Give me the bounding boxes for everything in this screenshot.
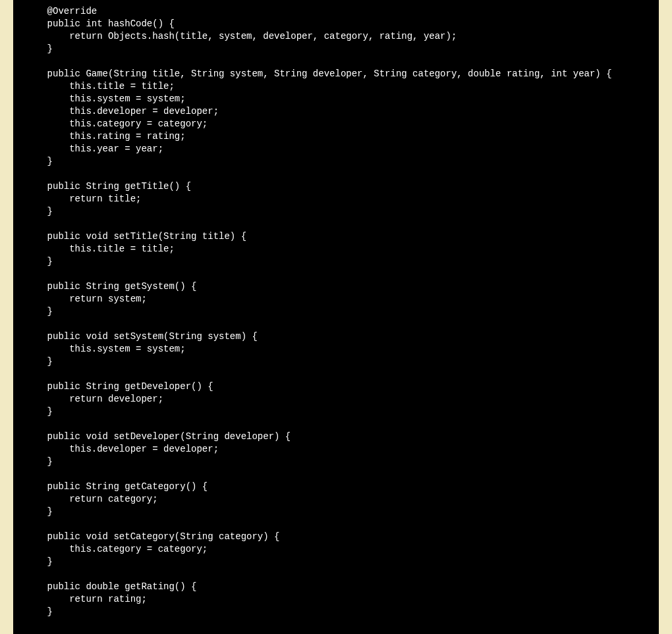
code-line: this.title = title; [25, 243, 647, 255]
code-line [25, 518, 647, 531]
code-line: this.rating = rating; [25, 130, 647, 143]
code-line: } [25, 506, 647, 518]
code-line: } [25, 556, 647, 568]
code-line: this.category = category; [25, 543, 647, 556]
code-line: public void setDeveloper(String develope… [25, 431, 647, 443]
code-line: this.system = system; [25, 343, 647, 356]
code-line: } [25, 406, 647, 418]
code-line: public void setCategory(String category)… [25, 531, 647, 543]
code-line [25, 168, 647, 180]
code-line: this.year = year; [25, 143, 647, 155]
code-line: public String getSystem() { [25, 280, 647, 293]
code-line: this.developer = developer; [25, 443, 647, 456]
code-line: public String getCategory() { [25, 481, 647, 493]
code-line: return rating; [25, 593, 647, 606]
code-line: return title; [25, 193, 647, 205]
code-line: } [25, 356, 647, 368]
code-line [25, 418, 647, 431]
code-line: } [25, 305, 647, 318]
code-line: } [25, 606, 647, 618]
code-line: return system; [25, 293, 647, 305]
code-line: this.developer = developer; [25, 105, 647, 118]
code-line: this.title = title; [25, 80, 647, 93]
code-line: public void setSystem(String system) { [25, 330, 647, 343]
code-line: return category; [25, 493, 647, 506]
code-line: public void setTitle(String title) { [25, 230, 647, 243]
code-line [25, 268, 647, 280]
code-line: } [25, 155, 647, 168]
code-line: public double getRating() { [25, 581, 647, 593]
code-line [25, 55, 647, 68]
code-line: return developer; [25, 393, 647, 406]
code-line: public String getDeveloper() { [25, 381, 647, 393]
code-line: } [25, 456, 647, 468]
code-line: public Game(String title, String system,… [25, 68, 647, 80]
code-line: public String getTitle() { [25, 180, 647, 193]
code-line: this.system = system; [25, 93, 647, 105]
code-line: } [25, 205, 647, 218]
code-line: @Override [25, 5, 647, 18]
code-line [25, 218, 647, 230]
code-line: this.category = category; [25, 118, 647, 130]
code-block: @Override public int hashCode() { return… [13, 0, 659, 634]
code-line: public int hashCode() { [25, 18, 647, 30]
code-line [25, 468, 647, 481]
code-line: } [25, 255, 647, 268]
code-line [25, 568, 647, 581]
code-line [25, 368, 647, 381]
code-line: } [25, 43, 647, 55]
code-line [25, 318, 647, 330]
code-line: return Objects.hash(title, system, devel… [25, 30, 647, 43]
